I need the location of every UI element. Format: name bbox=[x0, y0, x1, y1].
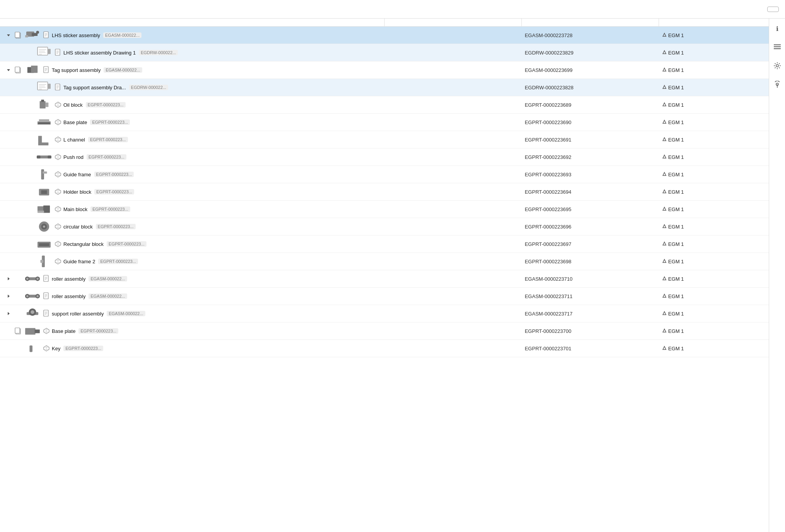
list-icon[interactable] bbox=[772, 42, 783, 53]
part-number-cell: EGPRT-0000223697 bbox=[522, 235, 659, 253]
thumbnail bbox=[36, 133, 53, 147]
part-number-cell: EGDRW-0000223828 bbox=[522, 79, 659, 96]
table-row[interactable]: Oil blockEGPRT-0000223...EGPRT-000022368… bbox=[0, 96, 769, 114]
item-name: circular block bbox=[63, 224, 93, 230]
revision-arrow-icon bbox=[662, 67, 667, 73]
add-columns-button[interactable] bbox=[767, 7, 779, 12]
antenna-icon[interactable] bbox=[772, 79, 783, 90]
item-name: Base plate bbox=[63, 119, 87, 125]
item-tag: EGPRT-0000223... bbox=[88, 137, 128, 142]
part-number-cell: EGPRT-0000223698 bbox=[522, 253, 659, 270]
part-number-cell: EGASM-0000223699 bbox=[522, 61, 659, 79]
revision-arrow-icon bbox=[662, 102, 667, 107]
copy-icon[interactable] bbox=[14, 66, 22, 74]
expand-button[interactable] bbox=[5, 310, 12, 317]
item-tag: EGPRT-0000223... bbox=[90, 206, 130, 212]
item-name: Rectangular block bbox=[63, 241, 104, 247]
svg-marker-53 bbox=[663, 120, 666, 123]
description-cell bbox=[385, 218, 522, 235]
table-row[interactable]: Guide frame 2EGPRT-0000223...EGPRT-00002… bbox=[0, 253, 769, 270]
svg-marker-92 bbox=[8, 295, 10, 298]
revision-cell: EGM 1 bbox=[659, 96, 769, 114]
revision-value: EGM 1 bbox=[668, 311, 684, 317]
part-number-cell: EGASM-0000223728 bbox=[522, 27, 659, 44]
svg-marker-118 bbox=[663, 346, 666, 350]
item-name: Key bbox=[52, 346, 60, 351]
revision-cell: EGM 1 bbox=[659, 114, 769, 131]
expand-button[interactable] bbox=[5, 31, 12, 39]
description-cell bbox=[385, 61, 522, 79]
copy-icon[interactable] bbox=[14, 31, 22, 39]
part-number-value: EGDRW-0000223828 bbox=[525, 85, 574, 90]
revision-cell: EGM 1 bbox=[659, 131, 769, 148]
part-number-value: EGPRT-0000223694 bbox=[525, 189, 571, 195]
thumbnail bbox=[24, 63, 41, 77]
item-tag: EGASM-000022... bbox=[107, 311, 145, 316]
expand-button[interactable] bbox=[5, 292, 12, 300]
table-row[interactable]: Guide frameEGPRT-0000223...EGPRT-0000223… bbox=[0, 166, 769, 183]
svg-rect-120 bbox=[774, 46, 781, 47]
revision-arrow-icon bbox=[662, 137, 667, 142]
settings-icon[interactable] bbox=[772, 60, 783, 71]
revision-arrow-icon bbox=[662, 32, 667, 38]
part-number-cell: EGASM-0000223711 bbox=[522, 288, 659, 305]
expand-button[interactable] bbox=[5, 66, 12, 74]
part-number-value: EGPRT-0000223697 bbox=[525, 241, 571, 247]
item-name: Push rod bbox=[63, 154, 83, 160]
table-row[interactable]: LHS sticker assembly Drawing 1EGDRW-0000… bbox=[0, 44, 769, 61]
svg-marker-23 bbox=[663, 51, 666, 54]
description-cell bbox=[385, 305, 522, 322]
table-row[interactable]: L channelEGPRT-0000223...EGPRT-000022369… bbox=[0, 131, 769, 148]
description-cell bbox=[385, 201, 522, 218]
revision-cell: EGM 1 bbox=[659, 270, 769, 288]
revision-value: EGM 1 bbox=[668, 172, 684, 177]
table-row[interactable]: Tag support assemblyEGASM-000022...EGASM… bbox=[0, 61, 769, 79]
part-number-cell: EGPRT-0000223690 bbox=[522, 114, 659, 131]
item-name: LHS sticker assembly bbox=[52, 32, 100, 38]
col-header-name bbox=[0, 19, 385, 27]
table-row[interactable]: Main blockEGPRT-0000223...EGPRT-00002236… bbox=[0, 201, 769, 218]
expand-button[interactable] bbox=[5, 275, 12, 283]
svg-marker-63 bbox=[663, 172, 666, 176]
part-type-icon bbox=[54, 240, 62, 248]
revision-arrow-icon bbox=[662, 119, 667, 125]
table-row[interactable]: roller assemblyEGASM-000022...EGASM-0000… bbox=[0, 288, 769, 305]
table-row[interactable]: roller assemblyEGASM-000022...EGASM-0000… bbox=[0, 270, 769, 288]
table-row[interactable]: Base plateEGPRT-0000223...EGPRT-00002237… bbox=[0, 322, 769, 340]
table-row[interactable]: KeyEGPRT-0000223...EGPRT-0000223701EGM 1 bbox=[0, 340, 769, 357]
revision-value: EGM 1 bbox=[668, 137, 684, 143]
table-row[interactable]: Base plateEGPRT-0000223...EGPRT-00002236… bbox=[0, 114, 769, 131]
svg-rect-76 bbox=[39, 243, 49, 246]
revision-value: EGM 1 bbox=[668, 119, 684, 125]
svg-rect-47 bbox=[41, 100, 44, 102]
table-row[interactable]: Rectangular blockEGPRT-0000223...EGPRT-0… bbox=[0, 235, 769, 253]
svg-point-106 bbox=[31, 310, 34, 314]
revision-cell: EGM 1 bbox=[659, 253, 769, 270]
right-sidebar: ℹ bbox=[769, 19, 785, 532]
table-row[interactable]: Holder blockEGPRT-0000223...EGPRT-000022… bbox=[0, 183, 769, 201]
thumbnail bbox=[36, 167, 53, 181]
revision-arrow-icon bbox=[662, 172, 667, 177]
revision-arrow-icon bbox=[662, 259, 667, 264]
revision-value: EGM 1 bbox=[668, 32, 684, 38]
revision-arrow-icon bbox=[662, 276, 667, 281]
item-name: Tag support assembly bbox=[52, 67, 100, 73]
part-type-icon bbox=[54, 153, 62, 161]
part-type-icon bbox=[43, 327, 50, 335]
table-row[interactable]: Push rodEGPRT-0000223...EGPRT-0000223692… bbox=[0, 148, 769, 166]
part-number-value: EGPRT-0000223700 bbox=[525, 328, 571, 334]
thumbnail bbox=[24, 324, 41, 338]
table-row[interactable]: support roller assemblyEGASM-000022...EG… bbox=[0, 305, 769, 322]
copy-icon[interactable] bbox=[14, 327, 22, 335]
header bbox=[0, 0, 785, 19]
revision-value: EGM 1 bbox=[668, 67, 684, 73]
thumbnail bbox=[36, 115, 53, 129]
table-row[interactable]: Tag support assembly Dra...EGDRW-000022.… bbox=[0, 79, 769, 96]
table-row[interactable]: circular blockEGPRT-0000223...EGPRT-0000… bbox=[0, 218, 769, 235]
main-content: LHS sticker assemblyEGASM-000022...EGASM… bbox=[0, 19, 785, 532]
table-row[interactable]: LHS sticker assemblyEGASM-000022...EGASM… bbox=[0, 27, 769, 44]
description-cell bbox=[385, 288, 522, 305]
info-icon[interactable]: ℹ bbox=[772, 23, 783, 34]
part-type-icon bbox=[54, 205, 62, 213]
tree-panel: LHS sticker assemblyEGASM-000022...EGASM… bbox=[0, 19, 769, 532]
